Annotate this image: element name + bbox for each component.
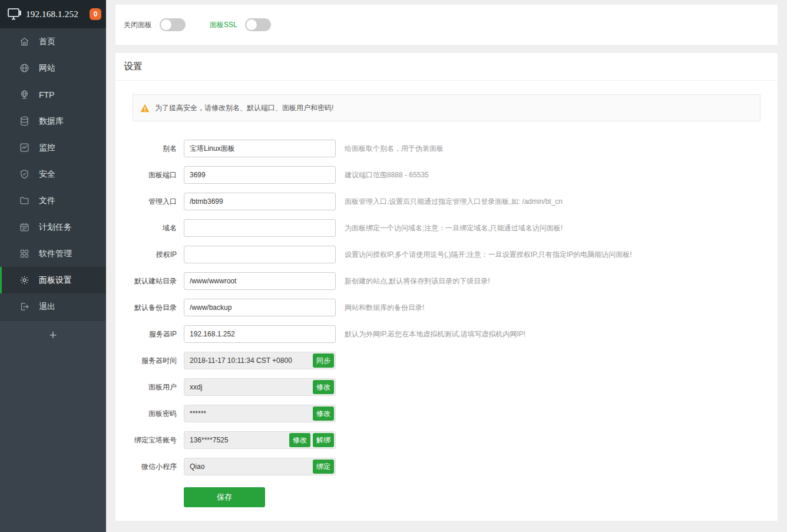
- admin-path-input[interactable]: [184, 193, 336, 210]
- settings-form: 别名 给面板取个别名，用于伪装面板 面板端口 建议端口范围8888 - 6553…: [115, 140, 778, 507]
- sidebar-item-label: 数据库: [39, 116, 64, 127]
- warning-text: 为了提高安全，请修改别名、默认端口、面板用户和密码!: [155, 103, 333, 113]
- close-panel-toggle[interactable]: [160, 18, 186, 31]
- authorized-ip-input[interactable]: [184, 246, 336, 263]
- backup-dir-input[interactable]: [184, 299, 336, 316]
- form-row-panel-user: 面板用户 修改: [115, 378, 778, 396]
- form-row-site-root: 默认建站目录 新创建的站点,默认将保存到该目录的下级目录!: [115, 272, 778, 290]
- field-label: 面板密码: [115, 409, 177, 419]
- server-ip-input[interactable]: [184, 325, 336, 343]
- field-hint: 面板管理入口,设置后只能通过指定管理入口登录面板,如: /admin/bt_cn: [345, 197, 563, 207]
- field-hint: 给面板取个别名，用于伪装面板: [345, 144, 444, 154]
- alias-input[interactable]: [184, 140, 336, 157]
- field-hint: 建议端口范围8888 - 65535: [345, 170, 429, 180]
- security-warning: 为了提高安全，请修改别名、默认端口、面板用户和密码!: [133, 94, 760, 121]
- database-icon: [19, 116, 29, 126]
- sidebar-item-cron[interactable]: 计划任务: [0, 214, 106, 240]
- sidebar-item-monitor[interactable]: 监控: [0, 134, 106, 161]
- sidebar-item-label: 安全: [39, 169, 55, 180]
- sidebar-item-files[interactable]: 文件: [0, 187, 106, 214]
- toggle-knob: [246, 19, 257, 31]
- panel-toggles-card: 关闭面板 面板SSL: [115, 5, 778, 45]
- sync-time-button[interactable]: 同步: [313, 353, 334, 368]
- save-button[interactable]: 保存: [184, 487, 265, 507]
- sidebar-item-panel-settings[interactable]: 面板设置: [0, 267, 106, 293]
- sidebar-item-label: 监控: [39, 143, 55, 153]
- sidebar-footer: +: [0, 320, 106, 532]
- field-hint: 为面板绑定一个访问域名;注意：一旦绑定域名,只能通过域名访问面板!: [345, 223, 563, 233]
- sidebar-item-website[interactable]: 网站: [0, 55, 106, 81]
- field-label: 服务器时间: [115, 356, 177, 366]
- form-row-panel-password: 面板密码 修改: [115, 405, 778, 422]
- sidebar-item-home[interactable]: 首页: [0, 28, 106, 55]
- field-label: 管理入口: [115, 197, 177, 207]
- apps-grid-icon: [19, 249, 29, 259]
- change-user-button[interactable]: 修改: [313, 380, 334, 394]
- field-hint: 网站和数据库的备份目录!: [345, 303, 424, 313]
- shield-icon: [19, 169, 29, 179]
- calendar-icon: [19, 222, 29, 232]
- folder-icon: [19, 196, 29, 206]
- field-label: 服务器IP: [115, 329, 177, 339]
- add-shortcut-button[interactable]: +: [44, 327, 63, 343]
- sidebar-item-label: 首页: [39, 37, 55, 47]
- form-row-bt-account: 绑定宝塔账号 修改 解绑: [115, 431, 778, 449]
- ftp-globe-icon: [19, 90, 29, 100]
- form-row-wechat-miniapp: 微信小程序 绑定: [115, 458, 778, 475]
- close-panel-label: 关闭面板: [124, 20, 152, 30]
- form-row-server-time: 服务器时间 同步: [115, 352, 778, 369]
- field-label: 授权IP: [115, 250, 177, 260]
- settings-card: 设置 为了提高安全，请修改别名、默认端口、面板用户和密码! 别名 给面板取个别名…: [115, 53, 778, 521]
- sidebar-item-database[interactable]: 数据库: [0, 108, 106, 134]
- field-hint: 新创建的站点,默认将保存到该目录的下级目录!: [345, 276, 490, 286]
- gear-icon: [19, 275, 29, 285]
- field-hint: 设置访问授权IP,多个请使用逗号(,)隔开;注意：一旦设置授权IP,只有指定IP…: [345, 250, 632, 260]
- page-title: 设置: [124, 61, 143, 73]
- server-header[interactable]: 192.168.1.252 0: [0, 0, 106, 28]
- unbind-account-button[interactable]: 解绑: [313, 433, 334, 447]
- domain-input[interactable]: [184, 219, 336, 237]
- change-password-button[interactable]: 修改: [313, 407, 334, 421]
- form-row-domain: 域名 为面板绑定一个访问域名;注意：一旦绑定域名,只能通过域名访问面板!: [115, 219, 778, 237]
- logout-icon: [19, 302, 29, 312]
- form-row-admin-path: 管理入口 面板管理入口,设置后只能通过指定管理入口登录面板,如: /admin/…: [115, 193, 778, 210]
- sidebar-item-label: 计划任务: [39, 222, 72, 233]
- form-row-backup-dir: 默认备份目录 网站和数据库的备份目录!: [115, 299, 778, 316]
- panel-ssl-toggle[interactable]: [245, 18, 271, 31]
- field-label: 绑定宝塔账号: [115, 435, 177, 445]
- change-account-button[interactable]: 修改: [289, 433, 310, 447]
- field-label: 面板用户: [115, 382, 177, 392]
- sidebar-menu: 首页 网站 FTP 数据库 监控: [0, 28, 106, 320]
- field-label: 微信小程序: [115, 462, 177, 472]
- sidebar-item-software[interactable]: 软件管理: [0, 240, 106, 267]
- field-label: 面板端口: [115, 170, 177, 180]
- sidebar-item-label: 面板设置: [39, 275, 72, 286]
- form-row-server-ip: 服务器IP 默认为外网IP,若您在本地虚拟机测试,请填写虚拟机内网IP!: [115, 325, 778, 343]
- field-label: 别名: [115, 144, 177, 154]
- form-row-panel-port: 面板端口 建议端口范围8888 - 65535: [115, 166, 778, 184]
- form-row-alias: 别名 给面板取个别名，用于伪装面板: [115, 140, 778, 157]
- field-label: 默认建站目录: [115, 276, 177, 286]
- sidebar: 192.168.1.252 0 首页 网站 FTP 数据库: [0, 0, 106, 532]
- sidebar-item-label: FTP: [39, 90, 54, 100]
- site-root-input[interactable]: [184, 272, 336, 290]
- sidebar-item-label: 软件管理: [39, 249, 72, 259]
- main-content: 关闭面板 面板SSL 设置 为了提高安全，请修改别名、默认端口、面板用户和密码!…: [106, 0, 787, 532]
- sidebar-item-label: 文件: [39, 196, 55, 206]
- server-ip: 192.168.1.252: [26, 9, 78, 19]
- sidebar-item-ftp[interactable]: FTP: [0, 81, 106, 108]
- settings-header: 设置: [115, 53, 778, 81]
- panel-ssl-link[interactable]: 面板SSL: [210, 20, 237, 30]
- toggle-knob: [160, 19, 172, 31]
- sidebar-item-label: 退出: [39, 302, 55, 312]
- sidebar-item-logout[interactable]: 退出: [0, 293, 106, 320]
- sidebar-item-label: 网站: [39, 63, 55, 74]
- sidebar-item-security[interactable]: 安全: [0, 161, 106, 187]
- field-hint: 默认为外网IP,若您在本地虚拟机测试,请填写虚拟机内网IP!: [345, 329, 525, 339]
- warning-icon: [140, 104, 150, 113]
- message-count-badge[interactable]: 0: [90, 8, 101, 20]
- panel-port-input[interactable]: [184, 166, 336, 184]
- bind-miniapp-button[interactable]: 绑定: [313, 460, 334, 474]
- monitor-chart-icon: [19, 143, 29, 153]
- home-icon: [19, 37, 29, 47]
